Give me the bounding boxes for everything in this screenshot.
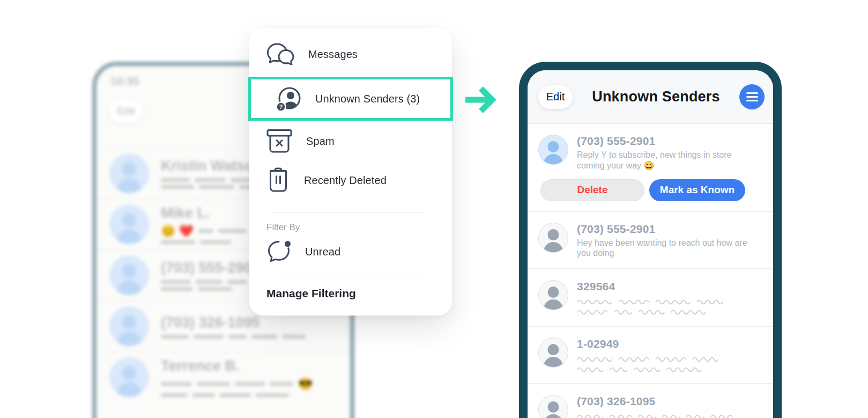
sender-number: (703) 326-1095 [577,395,733,408]
unknown-sender-row[interactable]: (703) 555-2901 Reply Y to subscribe, new… [528,124,773,211]
menu-divider [274,212,425,212]
unknown-sender-icon: ? [275,85,302,113]
redacted-text-bar [227,280,247,284]
redacted-text-bar [195,178,226,182]
mark-as-known-label: Mark as Known [660,184,735,196]
mark-as-known-button[interactable]: Mark as Known [649,179,745,201]
redacted-text-line: 😎 [161,378,342,390]
redacted-text-bar [199,185,234,189]
redacted-text-bar [228,335,247,339]
trash-icon [266,167,290,193]
redacted-text-bar [251,335,277,339]
menu-item-messages[interactable]: Messages [249,28,452,77]
page-title: Unknown Senders [573,89,739,105]
avatar [109,255,149,295]
marketing-canvas: 10:35 Edit Kristin Watson [0,0,868,418]
menu-divider [274,276,425,276]
screen-header: Edit Unknown Senders [528,70,773,124]
messages-bubbles-icon [266,43,294,67]
conversation-row[interactable]: Terrence B. 😎 [97,351,350,402]
menu-item-label: Messages [308,48,358,61]
redacted-text-bar [235,382,265,386]
redacted-text-bar [220,393,251,397]
redacted-text-bar [161,382,192,386]
sender-number: 1-02949 [577,338,719,350]
redacted-text-line [161,335,342,339]
menu-item-unread[interactable]: Unread [249,235,452,268]
emoji: 😊 ❤️ [161,225,194,237]
avatar [538,223,568,253]
avatar [109,204,149,244]
avatar [538,135,568,165]
sender-number: (703) 555-2901 [577,135,747,148]
message-preview: Hey have been wanting to reach out how a… [577,238,747,259]
avatar [538,338,568,368]
avatar [538,395,568,418]
redacted-text-bar [161,240,195,244]
redacted-text-line [161,393,342,397]
redacted-text-bar [161,178,190,182]
hamburger-menu-icon[interactable] [739,84,765,109]
redacted-message-squiggle [577,413,733,418]
sender-number: 329564 [577,280,723,293]
svg-text:?: ? [279,104,283,110]
menu-item-recently-deleted[interactable]: Recently Deleted [249,159,452,201]
right-phone-mockup: Edit Unknown Senders (703) 555-2901 Repl… [519,62,782,418]
redacted-text-bar [270,382,293,386]
edit-button-label: Edit [117,105,135,117]
avatar [109,357,149,397]
redacted-text-bar [200,240,231,244]
unknown-sender-row[interactable]: (703) 326-1095 [528,383,773,418]
unknown-sender-row[interactable]: (703) 555-2901 Hey have been wanting to … [528,211,773,269]
redacted-text-bar [231,178,252,182]
redacted-text-bar [218,229,246,233]
redacted-text-bar [197,382,230,386]
redacted-message-squiggle [577,298,723,316]
delete-button[interactable]: Delete [540,179,644,201]
redacted-text-bar [196,280,222,284]
redacted-text-bar [161,335,189,339]
menu-item-label: Unknown Senders (3) [315,93,420,105]
redacted-message-squiggle [577,355,719,373]
status-time: 10:35 [110,75,139,87]
redacted-text-bar [192,393,215,397]
emoji: 😎 [298,378,313,390]
redacted-text-bar [161,280,191,284]
avatar [109,153,149,193]
unknown-senders-screen: Edit Unknown Senders (703) 555-2901 Repl… [528,70,773,418]
edit-button[interactable]: Edit [109,99,143,123]
filters-dropdown-menu: Messages ? Unknown Senders (3) [249,28,452,316]
redacted-text-bar [198,287,232,291]
menu-item-unknown-senders[interactable]: ? Unknown Senders (3) [248,77,453,121]
sender-number: (703) 555-2901 [577,223,747,236]
redacted-text-bar [161,287,193,291]
menu-item-label: Unread [305,246,340,258]
unknown-sender-row[interactable]: 1-02949 [528,326,773,383]
filter-by-section-label: Filter By [266,222,452,233]
message-preview: Reply Y to subscribe, new things in stor… [577,150,747,171]
contact-name: Terrence B. [161,358,342,375]
unknown-sender-row[interactable]: 329564 [528,268,773,326]
redacted-text-bar [198,229,213,233]
delete-button-label: Delete [577,184,607,196]
arrow-right-icon [463,84,501,118]
redacted-text-bar [194,335,224,339]
redacted-text-bar [161,185,194,189]
avatar [538,280,568,310]
avatar [109,306,149,346]
edit-button[interactable]: Edit [538,85,573,109]
redacted-text-bar [256,393,289,397]
unread-bubble-icon [266,240,291,263]
edit-button-label: Edit [546,91,565,103]
contact-name: (703) 326-1095 [161,314,342,331]
menu-item-label: Spam [306,135,335,148]
menu-item-spam[interactable]: Spam [249,121,452,159]
redacted-text-bar [282,335,306,339]
spam-box-icon [266,129,292,153]
redacted-text-bar [161,393,188,397]
manage-filtering-link[interactable]: Manage Filtering [266,287,452,300]
menu-item-label: Recently Deleted [304,174,387,187]
